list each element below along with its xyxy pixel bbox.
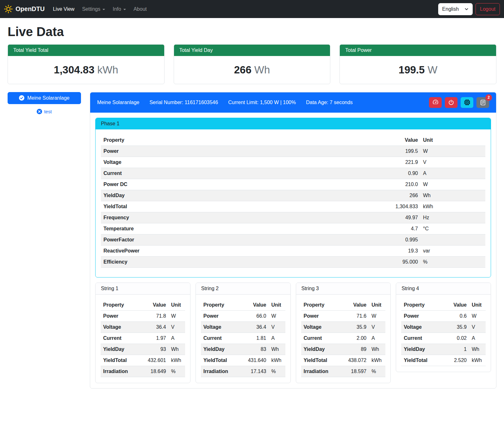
string-card-header: String 3 <box>296 283 391 295</box>
column-header-unit: Unit <box>269 300 285 311</box>
unit-cell <box>420 234 485 245</box>
value-cell: 35.9 <box>342 321 369 333</box>
nav-item-settings[interactable]: Settings <box>79 4 108 15</box>
card-header: Total Yield Day <box>174 45 330 56</box>
string-4-card: String 4 Property Value Unit Power0.6WVo… <box>396 283 491 372</box>
table-row: YieldTotal431.640kWh <box>201 355 285 366</box>
value-cell: 18.649 <box>142 366 169 377</box>
card-body: 266Wh <box>174 56 330 84</box>
property-cell: YieldTotal <box>401 355 443 366</box>
unit-cell: A <box>420 168 485 179</box>
table-header-row: Property Value Unit <box>101 300 185 311</box>
table-row: YieldDay1Wh <box>401 344 486 355</box>
property-cell: Efficiency <box>101 256 379 267</box>
unit-cell: A <box>469 333 486 344</box>
inverter-header: Meine Solaranlage Serial Number: 1161716… <box>90 92 496 113</box>
table-row: YieldDay93Wh <box>101 344 185 355</box>
table-row: Voltage36.4V <box>201 321 285 333</box>
property-cell: YieldDay <box>301 344 343 355</box>
unit-cell: % <box>269 366 285 377</box>
column-header-property: Property <box>401 300 443 311</box>
table-row: Power66.0W <box>201 310 285 321</box>
unit-cell: A <box>369 333 385 344</box>
total-power-card: Total Power 199.5W <box>339 44 496 84</box>
total-yield-total-card: Total Yield Total 1,304.83kWh <box>8 44 165 84</box>
limit-settings-button[interactable] <box>429 97 442 108</box>
value-cell: 1,304.833 <box>379 201 420 212</box>
value-cell: 18.597 <box>342 366 369 377</box>
unit-cell: W <box>469 310 486 321</box>
property-cell: ReactivePower <box>101 245 379 256</box>
power-toggle-button[interactable] <box>445 97 457 108</box>
unit-cell: V <box>369 321 385 333</box>
property-cell: YieldTotal <box>101 355 142 366</box>
column-header-value: Value <box>379 135 420 146</box>
property-cell: YieldDay <box>101 190 379 201</box>
column-header-property: Property <box>201 300 242 311</box>
journal-text-icon <box>480 99 486 106</box>
table-row: Voltage36.4V <box>101 321 185 333</box>
property-cell: Temperature <box>101 223 379 234</box>
property-cell: Power DC <box>101 179 379 190</box>
table-row: Current2.00A <box>301 333 386 344</box>
phase-table: Property Value Unit Power199.5WVoltage22… <box>101 135 485 268</box>
sidebar-item-test[interactable]: test <box>8 109 81 114</box>
string-2-card: String 2 Property Value Unit Power66.0WV… <box>196 283 291 383</box>
event-log-button[interactable]: 2 <box>476 97 489 108</box>
string-card-body: Property Value Unit Power71.6WVoltage35.… <box>296 295 391 383</box>
value-cell: 17.143 <box>242 366 269 377</box>
table-row: Voltage221.9V <box>101 157 485 168</box>
unit-cell: var <box>420 245 485 256</box>
string-card-header: String 4 <box>396 283 491 295</box>
speedometer-icon <box>432 99 439 106</box>
card-header: Total Yield Total <box>8 45 164 56</box>
unit-cell: Wh <box>420 190 485 201</box>
unit-cell: V <box>469 321 486 333</box>
nav-item-info[interactable]: Info <box>110 4 128 15</box>
value-cell: 71.8 <box>142 310 169 321</box>
value-cell: 0.02 <box>443 333 469 344</box>
value-cell: 266 <box>379 190 420 201</box>
property-cell: Voltage <box>401 321 443 333</box>
unit-cell: % <box>420 256 485 267</box>
property-cell: Current <box>301 333 343 344</box>
unit-cell: °C <box>420 223 485 234</box>
property-cell: YieldDay <box>401 344 443 355</box>
table-row: Current1.97A <box>101 333 185 344</box>
value-cell: 71.6 <box>342 310 369 321</box>
cpu-chip-icon <box>464 99 470 106</box>
inverter-card: Meine Solaranlage Serial Number: 1161716… <box>90 92 496 389</box>
brand[interactable]: OpenDTU <box>4 5 45 13</box>
chevron-down-icon <box>464 7 469 11</box>
device-info-button[interactable] <box>461 97 473 108</box>
unit-cell: W <box>369 310 385 321</box>
event-count-badge: 2 <box>485 94 492 101</box>
nav-item-live-view[interactable]: Live View <box>50 4 77 15</box>
summary-cards-row: Total Yield Total 1,304.83kWh Total Yiel… <box>8 44 496 84</box>
table-row: YieldDay266Wh <box>101 190 485 201</box>
string-3-table: Property Value Unit Power71.6WVoltage35.… <box>301 300 386 377</box>
property-cell: YieldTotal <box>301 355 343 366</box>
table-row: Current1.81A <box>201 333 285 344</box>
table-row: YieldTotal438.072kWh <box>301 355 386 366</box>
sun-icon <box>4 5 13 13</box>
logout-button[interactable]: Logout <box>476 3 500 15</box>
string-card-body: Property Value Unit Power66.0WVoltage36.… <box>196 295 290 383</box>
table-row: Power199.5W <box>101 146 485 157</box>
language-select[interactable]: English <box>438 3 473 15</box>
property-cell: Power <box>301 310 343 321</box>
sidebar-item-label: test <box>44 109 52 114</box>
check-circle-icon <box>19 95 24 101</box>
value-cell: 431.640 <box>242 355 269 366</box>
string-card-body: Property Value Unit Power0.6WVoltage35.9… <box>396 295 491 372</box>
value-cell: 438.072 <box>342 355 369 366</box>
inverter-actions: 2 <box>429 97 489 108</box>
total-yield-total-value: 1,304.83 <box>54 64 94 76</box>
table-row: Irradiation18.597% <box>301 366 386 377</box>
value-cell: 1 <box>443 344 469 355</box>
sidebar-item-meine-solaranlage[interactable]: Meine Solaranlage <box>8 92 81 104</box>
nav-item-about[interactable]: About <box>131 4 149 15</box>
value-cell: 432.601 <box>142 355 169 366</box>
inverter-sidebar: Meine Solaranlage test <box>8 92 81 114</box>
property-cell: PowerFactor <box>101 234 379 245</box>
